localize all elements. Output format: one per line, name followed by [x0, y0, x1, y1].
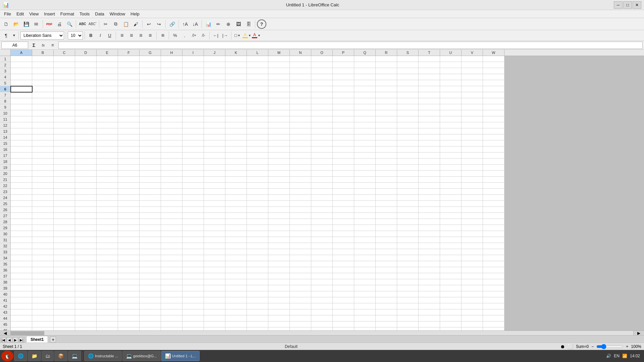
cell-N24[interactable] [290, 195, 311, 201]
cell-F39[interactable] [118, 285, 140, 291]
cell-N20[interactable] [290, 171, 311, 177]
cell-O44[interactable] [311, 315, 333, 321]
cell-W1[interactable] [483, 56, 504, 62]
cell-R12[interactable] [376, 122, 397, 128]
row-number-21[interactable]: 21 [0, 177, 11, 183]
cell-O35[interactable] [311, 261, 333, 267]
cell-F12[interactable] [118, 122, 140, 128]
cell-L46[interactable] [247, 327, 268, 330]
cell-N22[interactable] [290, 183, 311, 189]
cell-G41[interactable] [140, 297, 161, 303]
clone-button[interactable]: 🖌 [131, 19, 141, 29]
cell-J4[interactable] [204, 74, 225, 80]
cell-F38[interactable] [118, 279, 140, 285]
italic-button[interactable]: I [96, 32, 105, 40]
cell-E46[interactable] [97, 327, 118, 330]
cell-R37[interactable] [376, 273, 397, 279]
cell-G31[interactable] [140, 237, 161, 243]
cell-B41[interactable] [32, 297, 54, 303]
cell-C28[interactable] [54, 219, 75, 225]
cell-D28[interactable] [75, 219, 97, 225]
cell-U29[interactable] [440, 225, 462, 231]
cell-I14[interactable] [182, 134, 204, 140]
cell-Q5[interactable] [354, 80, 376, 86]
cell-E44[interactable] [97, 315, 118, 321]
cell-N4[interactable] [290, 74, 311, 80]
cell-G33[interactable] [140, 249, 161, 255]
cell-T30[interactable] [419, 231, 440, 237]
menu-item-data[interactable]: Data [92, 10, 107, 18]
cell-Q14[interactable] [354, 134, 376, 140]
cell-I28[interactable] [182, 219, 204, 225]
cell-W30[interactable] [483, 231, 504, 237]
row-number-39[interactable]: 39 [0, 285, 11, 291]
cell-P30[interactable] [333, 231, 354, 237]
col-header-n[interactable]: N [290, 50, 311, 56]
cell-R7[interactable] [376, 92, 397, 98]
cell-V45[interactable] [462, 321, 483, 327]
cell-S40[interactable] [397, 291, 419, 297]
cell-B12[interactable] [32, 122, 54, 128]
cell-Q13[interactable] [354, 128, 376, 134]
row-number-35[interactable]: 35 [0, 261, 11, 267]
cell-A38[interactable] [11, 279, 32, 285]
cell-P12[interactable] [333, 122, 354, 128]
cell-M18[interactable] [268, 159, 290, 165]
cell-J24[interactable] [204, 195, 225, 201]
cell-T37[interactable] [419, 273, 440, 279]
cell-P4[interactable] [333, 74, 354, 80]
cell-H11[interactable] [161, 116, 182, 122]
cell-D42[interactable] [75, 303, 97, 309]
col-header-a[interactable]: A [11, 50, 32, 56]
cell-J31[interactable] [204, 237, 225, 243]
cell-R16[interactable] [376, 146, 397, 153]
cell-D1[interactable] [75, 56, 97, 62]
cell-D2[interactable] [75, 62, 97, 68]
cell-N1[interactable] [290, 56, 311, 62]
cell-E17[interactable] [97, 153, 118, 159]
cell-I31[interactable] [182, 237, 204, 243]
sheet-nav-prev[interactable]: ◀ [7, 337, 12, 343]
cell-M21[interactable] [268, 177, 290, 183]
formula-input[interactable] [58, 42, 643, 49]
cell-L45[interactable] [247, 321, 268, 327]
cell-W38[interactable] [483, 279, 504, 285]
cell-K7[interactable] [225, 92, 247, 98]
cell-U5[interactable] [440, 80, 462, 86]
cell-I15[interactable] [182, 140, 204, 146]
cell-D8[interactable] [75, 98, 97, 104]
cell-T42[interactable] [419, 303, 440, 309]
cell-C38[interactable] [54, 279, 75, 285]
cell-F32[interactable] [118, 243, 140, 249]
cell-O23[interactable] [311, 189, 333, 195]
cell-W24[interactable] [483, 195, 504, 201]
cell-O26[interactable] [311, 207, 333, 213]
cell-J34[interactable] [204, 255, 225, 261]
cell-A23[interactable] [11, 189, 32, 195]
cell-V29[interactable] [462, 225, 483, 231]
cell-B24[interactable] [32, 195, 54, 201]
cell-H17[interactable] [161, 153, 182, 159]
cell-G37[interactable] [140, 273, 161, 279]
cell-F22[interactable] [118, 183, 140, 189]
cell-B9[interactable] [32, 104, 54, 110]
cell-B2[interactable] [32, 62, 54, 68]
cell-C43[interactable] [54, 309, 75, 315]
cell-H2[interactable] [161, 62, 182, 68]
cell-Q10[interactable] [354, 110, 376, 116]
cell-O17[interactable] [311, 153, 333, 159]
cell-J5[interactable] [204, 80, 225, 86]
cell-L32[interactable] [247, 243, 268, 249]
cell-M43[interactable] [268, 309, 290, 315]
cell-O40[interactable] [311, 291, 333, 297]
cell-V2[interactable] [462, 62, 483, 68]
cell-A39[interactable] [11, 285, 32, 291]
cell-T41[interactable] [419, 297, 440, 303]
cell-O43[interactable] [311, 309, 333, 315]
cell-R15[interactable] [376, 140, 397, 146]
cell-T9[interactable] [419, 104, 440, 110]
cell-G5[interactable] [140, 80, 161, 86]
cell-I44[interactable] [182, 315, 204, 321]
cell-I35[interactable] [182, 261, 204, 267]
cell-R41[interactable] [376, 297, 397, 303]
